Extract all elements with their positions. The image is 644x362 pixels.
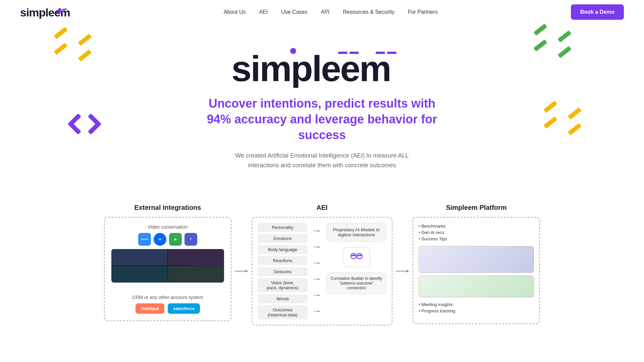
- decorative-shapes-mid-right: [543, 105, 587, 131]
- aei-gestures: Gestures: [258, 267, 308, 276]
- platform-box: Benchmarks Gen AI recs Success Tips Meet…: [413, 217, 540, 324]
- aei-title: AEI: [252, 204, 392, 212]
- svg-rect-5: [338, 52, 347, 54]
- aei-outcomes: Outcomes(historical data): [258, 305, 308, 319]
- arrow-right-1: [235, 268, 248, 275]
- svg-rect-6: [350, 52, 359, 54]
- platform-title: Simpleem Platform: [413, 204, 540, 212]
- nav-use-cases[interactable]: Use Cases: [281, 9, 307, 15]
- book-demo-button[interactable]: Book a Demo: [571, 4, 624, 20]
- integrations-title: External Integrations: [104, 204, 231, 212]
- diagram-columns: External Integrations Video conversation…: [54, 204, 590, 325]
- platform-screenshots: [419, 246, 534, 297]
- simpleem-logo-center: [326, 247, 386, 267]
- logo-svg: simpleem: [20, 5, 91, 19]
- integrations-box: Video conversation Zoom M ▶ T CRM: [104, 217, 231, 321]
- aei-arrows: [312, 223, 322, 319]
- navigation: simpleem About Us AEI Use Cases API Reso…: [0, 0, 644, 24]
- app-icons-row: Zoom M ▶ T: [111, 233, 224, 246]
- decorative-shapes-mid-left: [67, 118, 104, 130]
- svg-point-9: [290, 48, 296, 54]
- svg-rect-27: [358, 255, 362, 256]
- aei-inputs-list: Personality Emotions Body language React…: [258, 223, 308, 319]
- svg-point-1: [58, 8, 61, 11]
- correlation-box: Correlation Builder to identify "pattern…: [326, 273, 386, 294]
- aei-right-panel: Proprietary AI-Models to digitize intera…: [326, 223, 386, 319]
- svg-rect-26: [352, 255, 356, 256]
- platform-column: Simpleem Platform Benchmarks Gen AI recs…: [409, 204, 543, 325]
- video-thumbnail: [111, 249, 224, 283]
- hero-sub-text: We created Artificial Emotional Intellig…: [221, 151, 423, 170]
- svg-marker-11: [246, 270, 248, 273]
- aei-box: Personality Emotions Body language React…: [252, 217, 392, 325]
- ai-model-box: Proprietary AI-Models to digitize intera…: [326, 223, 386, 242]
- hero-logo-svg: simpleem: [228, 44, 416, 88]
- aei-words: Words: [258, 294, 308, 303]
- decorative-shapes-top-left: [54, 31, 97, 58]
- teams-icon: T: [184, 233, 197, 246]
- connector-2: [396, 204, 409, 325]
- connector-1: [235, 204, 248, 325]
- zoom-icon: Zoom: [138, 233, 151, 246]
- svg-rect-2: [56, 11, 64, 13]
- hubspot-logo: HubSpot: [136, 303, 164, 314]
- platform-feature-3: Success Tips: [419, 236, 534, 242]
- aei-arrow: [314, 229, 320, 233]
- platform-feature-2: Gen AI recs: [419, 229, 534, 236]
- svg-marker-21: [318, 294, 320, 296]
- aei-reactions: Reactions: [258, 256, 308, 265]
- video-conversation-label: Video conversation: [111, 224, 224, 230]
- platform-feature-5: Progress tracking: [419, 308, 534, 314]
- aei-voice: Voice (tone,pace, dynamics): [258, 278, 308, 292]
- aei-emotions: Emotions: [258, 234, 308, 243]
- salesforce-logo: salesforce: [168, 303, 200, 314]
- meet-icon: ▶: [169, 233, 182, 246]
- nav-api[interactable]: API: [321, 9, 330, 15]
- platform-features-list-2: Meeting insights Progress tracking: [419, 301, 534, 314]
- screenshot-2: [419, 276, 534, 297]
- platform-feature-4: Meeting insights: [419, 301, 534, 308]
- nav-aei[interactable]: AEI: [259, 9, 268, 15]
- decorative-shapes-top-right: [533, 27, 577, 54]
- logo[interactable]: simpleem: [20, 5, 91, 19]
- aei-column: AEI Personality Emotions Body language R…: [248, 204, 396, 325]
- crm-logos: HubSpot salesforce: [111, 303, 224, 314]
- svg-marker-29: [407, 270, 409, 273]
- svg-text:simpleem: simpleem: [231, 48, 390, 88]
- platform-features-list: Benchmarks Gen AI recs Success Tips: [419, 223, 534, 242]
- screenshot-1: [419, 246, 534, 273]
- aei-body-language: Body language: [258, 245, 308, 254]
- nav-partners[interactable]: For Partners: [408, 9, 438, 15]
- platform-feature-1: Benchmarks: [419, 223, 534, 229]
- hero-section: simpleem Uncover intentions, predict res…: [0, 24, 644, 204]
- svg-marker-17: [318, 262, 320, 264]
- crm-label: CRM or any other account system: [111, 295, 224, 300]
- svg-rect-7: [376, 52, 385, 54]
- diagram-section: External Integrations Video conversation…: [0, 204, 644, 325]
- nav-resources[interactable]: Resources & Security: [343, 9, 394, 15]
- svg-marker-19: [318, 278, 320, 280]
- svg-marker-15: [318, 246, 320, 248]
- integrations-column: External Integrations Video conversation…: [101, 204, 235, 325]
- aei-personality: Personality: [258, 223, 308, 232]
- nav-about[interactable]: About Us: [224, 9, 246, 15]
- svg-marker-23: [318, 310, 320, 312]
- nav-links: About Us AEI Use Cases API Resources & S…: [224, 9, 438, 15]
- svg-marker-13: [318, 230, 320, 232]
- hero-tagline: Uncover intentions, predict results with…: [205, 96, 439, 143]
- meta-icon: M: [154, 233, 166, 246]
- svg-rect-8: [387, 52, 396, 54]
